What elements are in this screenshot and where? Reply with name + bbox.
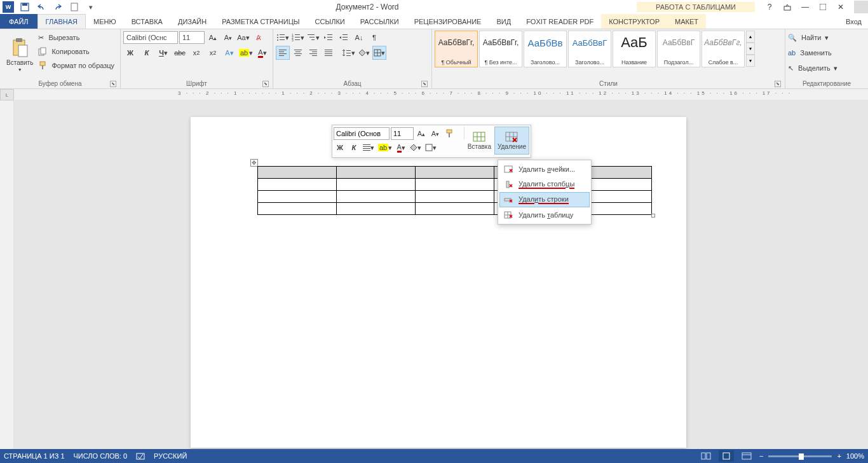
style-heading1[interactable]: АаБбВвЗаголово...	[524, 31, 567, 67]
paragraph-launcher[interactable]: ⬊	[421, 81, 428, 87]
numbering-button[interactable]: 123▾	[291, 31, 305, 45]
document-table[interactable]	[257, 166, 652, 215]
mini-shrink-font[interactable]: A▾	[429, 127, 442, 141]
tab-table-design[interactable]: КОНСТРУКТОР	[601, 14, 667, 29]
status-page[interactable]: СТРАНИЦА 1 ИЗ 1	[4, 452, 65, 460]
style-normal[interactable]: АаБбВвГг,¶ Обычный	[435, 31, 478, 67]
styles-launcher[interactable]: ⬊	[775, 81, 781, 87]
shading-button[interactable]: ▾	[357, 46, 371, 60]
text-effects-button[interactable]: A▾	[222, 46, 236, 60]
select-button[interactable]: ↖ Выделить ▾	[788, 61, 865, 75]
delete-columns-item[interactable]: Удалить столбцы	[499, 177, 590, 192]
mini-grow-font[interactable]: A▴	[415, 127, 428, 141]
ribbon-options-button[interactable]	[780, 1, 794, 13]
view-read-mode[interactable]	[698, 450, 714, 462]
copy-button[interactable]: Копировать	[38, 45, 114, 59]
user-avatar[interactable]	[854, 1, 868, 13]
tab-foxit[interactable]: Foxit Reader PDF	[519, 14, 601, 29]
tab-view[interactable]: ВИД	[489, 14, 519, 29]
style-no-spacing[interactable]: АаБбВвГг,¶ Без инте...	[479, 31, 522, 67]
status-proofing-icon[interactable]	[136, 452, 145, 460]
tab-file[interactable]: ФАЙЛ	[0, 14, 37, 29]
tab-menu[interactable]: Меню	[86, 14, 124, 29]
subscript-button[interactable]: x2	[189, 46, 203, 60]
borders-button[interactable]: ▾	[372, 46, 386, 60]
maximize-button[interactable]	[816, 1, 830, 13]
decrease-indent-button[interactable]	[322, 31, 336, 45]
minimize-button[interactable]: —	[798, 1, 812, 13]
close-button[interactable]: ✕	[834, 1, 848, 13]
status-language[interactable]: РУССКИЙ	[154, 452, 187, 460]
style-subtle-emphasis[interactable]: АаБбВвГг,Слабое в...	[702, 31, 745, 67]
horizontal-ruler[interactable]: L 3 · · · 2 · · · 1 · · · · · · 1 · · · …	[0, 89, 868, 100]
status-word-count[interactable]: ЧИСЛО СЛОВ: 0	[74, 452, 128, 460]
grow-font-button[interactable]: A▴	[206, 31, 220, 45]
style-heading2[interactable]: АаБбВвГЗаголово...	[568, 31, 611, 67]
font-size-combo[interactable]: 11	[179, 31, 205, 44]
align-center-button[interactable]	[291, 46, 305, 60]
bold-button[interactable]: Ж	[123, 46, 137, 60]
tab-home[interactable]: ГЛАВНАЯ	[37, 14, 86, 29]
clipboard-launcher[interactable]: ⬊	[110, 81, 116, 87]
strikethrough-button[interactable]: abc	[173, 46, 187, 60]
mini-insert-button[interactable]: Вставка	[465, 127, 494, 155]
delete-cells-item[interactable]: Удалить ячейки...	[499, 162, 590, 177]
undo-button[interactable]	[34, 0, 48, 14]
save-button[interactable]	[18, 0, 32, 14]
align-right-button[interactable]	[306, 46, 320, 60]
redo-button[interactable]	[51, 0, 65, 14]
zoom-in-button[interactable]: +	[837, 452, 841, 460]
tab-review[interactable]: РЕЦЕНЗИРОВАНИЕ	[407, 14, 489, 29]
mini-borders[interactable]: ▾	[424, 141, 438, 155]
vertical-ruler[interactable]	[0, 100, 14, 449]
zoom-out-button[interactable]: −	[759, 452, 763, 460]
shrink-font-button[interactable]: A▾	[221, 31, 235, 45]
tab-insert[interactable]: ВСТАВКА	[124, 14, 170, 29]
sign-in-link[interactable]: Вход	[839, 14, 868, 29]
align-left-button[interactable]	[276, 46, 290, 60]
mini-align[interactable]: ▾	[362, 141, 376, 155]
mini-italic[interactable]: К	[348, 141, 360, 155]
change-case-button[interactable]: Aa▾	[236, 31, 250, 45]
styles-gallery[interactable]: АаБбВвГг,¶ Обычный АаБбВвГг,¶ Без инте..…	[435, 31, 755, 79]
zoom-slider[interactable]	[768, 455, 832, 457]
styles-scroll[interactable]: ▴▾▾	[746, 31, 755, 67]
replace-button[interactable]: ab Заменить	[788, 46, 865, 60]
font-color-button[interactable]: A▾	[255, 46, 269, 60]
table-resize-handle[interactable]	[651, 214, 655, 218]
table-row[interactable]	[258, 179, 652, 191]
mini-font-color[interactable]: A▾	[395, 141, 407, 155]
cut-button[interactable]: ✂ Вырезать	[38, 31, 114, 45]
tab-page-layout[interactable]: РАЗМЕТКА СТРАНИЦЫ	[214, 14, 307, 29]
view-print-layout[interactable]	[719, 450, 734, 462]
format-painter-button[interactable]: Формат по образцу	[38, 59, 114, 73]
qat-customize-button[interactable]: ▾	[84, 0, 98, 14]
highlight-button[interactable]: ab▾	[239, 46, 253, 60]
justify-button[interactable]	[322, 46, 336, 60]
style-subtitle[interactable]: АаБбВвГПодзагол...	[657, 31, 700, 67]
font-launcher[interactable]: ⬊	[262, 81, 269, 87]
show-marks-button[interactable]: ¶	[367, 31, 381, 45]
multilevel-list-button[interactable]: ▾	[306, 31, 320, 45]
delete-rows-item[interactable]: Удалить строки	[499, 192, 590, 207]
view-web-layout[interactable]	[739, 450, 754, 462]
italic-button[interactable]: К	[140, 46, 154, 60]
new-doc-button[interactable]	[67, 0, 81, 14]
superscript-button[interactable]: x2	[206, 46, 220, 60]
increase-indent-button[interactable]	[337, 31, 351, 45]
delete-table-item[interactable]: Удалить таблицу	[499, 207, 590, 223]
tab-design[interactable]: ДИЗАЙН	[170, 14, 214, 29]
find-button[interactable]: 🔍 Найти ▾	[788, 31, 865, 45]
style-title[interactable]: АаБНазвание	[613, 31, 656, 67]
bullets-button[interactable]: ▾	[276, 31, 290, 45]
font-name-combo[interactable]: Calibri (Оснс	[123, 31, 178, 44]
line-spacing-button[interactable]: ▾	[342, 46, 356, 60]
table-row[interactable]	[258, 191, 652, 203]
mini-bold[interactable]: Ж	[334, 141, 346, 155]
tab-table-layout[interactable]: МАКЕТ	[667, 14, 706, 29]
mini-highlight[interactable]: ab▾	[377, 141, 393, 155]
underline-button[interactable]: Ч▾	[156, 46, 170, 60]
ruler-tab-selector[interactable]: L	[0, 89, 14, 100]
tab-references[interactable]: ССЫЛКИ	[308, 14, 353, 29]
zoom-level[interactable]: 100%	[846, 452, 864, 460]
